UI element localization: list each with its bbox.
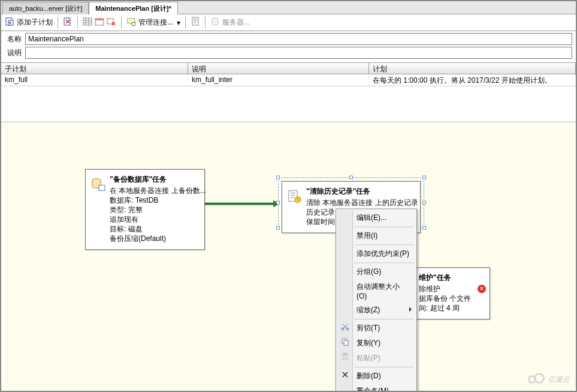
tab-autobackup[interactable]: auto_backu...erver [设计] xyxy=(2,2,89,14)
ctx-edit[interactable]: 编辑(E)... xyxy=(337,210,415,225)
backup-db-icon xyxy=(90,174,106,243)
tab-strip: auto_backu...erver [设计] MaintenancePlan … xyxy=(1,1,576,14)
ctx-sep xyxy=(354,227,414,227)
separator xyxy=(58,17,58,29)
task-backup-text: "备份数据库"任务 在 本地服务器连接 上备份数... 数据库: TestDB … xyxy=(110,174,206,243)
delete-icon xyxy=(341,370,351,380)
schedule-delete-icon[interactable] xyxy=(107,17,116,28)
separator xyxy=(185,17,186,29)
svg-rect-5 xyxy=(95,19,104,20)
subplan-grid-header: 子计划 说明 计划 xyxy=(1,62,576,74)
precedence-connector[interactable] xyxy=(205,203,276,205)
task-maint-text: 维护"任务 除维护 据库备份 个文件 间: 超过 4 周 xyxy=(419,273,471,313)
error-badge-icon: × xyxy=(478,285,486,293)
subplan-grid-row[interactable]: km_full km_full_inter 在每天的 1:00:00 执行。将从… xyxy=(1,74,576,86)
delete-subplan-icon[interactable] xyxy=(63,17,72,28)
separator xyxy=(121,17,122,29)
ctx-sep xyxy=(354,367,414,367)
paste-icon xyxy=(341,352,351,362)
col-subplan[interactable]: 子计划 xyxy=(1,63,188,74)
svg-rect-12 xyxy=(99,185,105,191)
svg-point-8 xyxy=(132,22,135,26)
manage-conn-button[interactable]: 管理连接... xyxy=(138,17,173,28)
cell-schedule: 在每天的 1:00:00 执行。将从 2017/3/22 开始使用计划。 xyxy=(369,74,576,86)
ctx-paste: 粘贴(P) xyxy=(337,351,415,366)
dropdown-arrow-icon[interactable]: ▾ xyxy=(177,19,180,27)
cell-subplan: km_full xyxy=(1,74,188,86)
cut-icon xyxy=(341,322,351,332)
desc-label: 说明 xyxy=(5,48,25,58)
svg-rect-3 xyxy=(83,18,92,25)
spacer xyxy=(1,86,576,122)
watermark-logo-icon xyxy=(528,373,546,386)
ctx-cut[interactable]: 剪切(T) xyxy=(337,321,415,336)
ctx-sep xyxy=(354,245,414,245)
submenu-arrow-icon xyxy=(409,307,412,312)
columns-icon[interactable] xyxy=(83,17,92,28)
context-menu: 编辑(E)... 禁用(I) 添加优先约束(P) 分组(G) 自动调整大小(O)… xyxy=(336,209,417,392)
svg-rect-6 xyxy=(107,19,113,24)
name-label: 名称 xyxy=(5,34,25,44)
desc-input[interactable] xyxy=(25,47,572,59)
servers-icon xyxy=(210,17,220,28)
add-subplan-button[interactable]: 添加子计划 xyxy=(17,17,53,28)
manage-conn-icon xyxy=(126,17,136,28)
separator xyxy=(205,17,206,29)
svg-rect-20 xyxy=(344,353,346,355)
ctx-copy[interactable]: 复制(Y) xyxy=(337,336,415,351)
ctx-sep xyxy=(354,319,414,319)
col-schedule[interactable]: 计划 xyxy=(369,63,576,74)
toolbar: 添加子计划 管理连接... ▾ 服务器... xyxy=(1,14,576,31)
ctx-delete[interactable]: 删除(D) xyxy=(337,369,415,384)
tab-maintenanceplan[interactable]: MaintenancePlan [设计]* xyxy=(89,2,178,14)
ctx-disable[interactable]: 禁用(I) xyxy=(337,228,415,243)
svg-rect-18 xyxy=(344,340,348,345)
design-canvas[interactable]: "备份数据库"任务 在 本地服务器连接 上备份数... 数据库: TestDB … xyxy=(1,122,576,392)
calendar-icon[interactable] xyxy=(95,17,104,28)
ctx-group[interactable]: 分组(G) xyxy=(337,264,415,279)
watermark: 亿速云 xyxy=(528,373,570,386)
ctx-rename[interactable]: 重命名(M) xyxy=(337,384,415,392)
ctx-add-precedence[interactable]: 添加优先约束(P) xyxy=(337,246,415,261)
copy-icon xyxy=(341,337,351,347)
properties-area: 名称 说明 xyxy=(1,31,576,62)
ctx-autosize[interactable]: 自动调整大小(O) xyxy=(337,279,415,303)
col-desc[interactable]: 说明 xyxy=(188,63,369,74)
ctx-sep xyxy=(354,263,414,263)
name-input[interactable] xyxy=(25,33,572,45)
cell-desc: km_full_inter xyxy=(188,74,369,86)
report-icon[interactable] xyxy=(191,17,200,28)
servers-button[interactable]: 服务器... xyxy=(222,17,250,28)
ctx-zoom[interactable]: 缩放(Z) xyxy=(337,303,415,318)
separator xyxy=(77,17,78,29)
task-backup-db[interactable]: "备份数据库"任务 在 本地服务器连接 上备份数... 数据库: TestDB … xyxy=(85,169,205,250)
add-subplan-icon xyxy=(5,17,14,28)
clear-history-icon xyxy=(287,186,303,227)
